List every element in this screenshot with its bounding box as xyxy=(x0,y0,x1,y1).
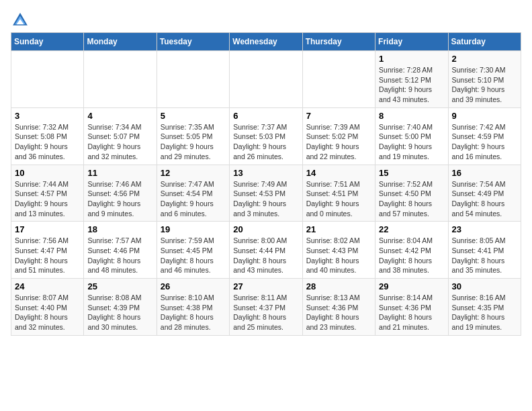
logo-icon xyxy=(11,11,30,30)
day-number: 15 xyxy=(379,168,444,178)
day-info: Sunrise: 7:57 AM Sunset: 4:46 PM Dayligh… xyxy=(87,236,152,275)
day-number: 27 xyxy=(233,281,298,291)
weekday-header-row: SundayMondayTuesdayWednesdayThursdayFrid… xyxy=(11,33,521,51)
day-number: 28 xyxy=(306,281,371,291)
day-number: 30 xyxy=(452,281,517,291)
calendar-cell: 16Sunrise: 7:54 AM Sunset: 4:49 PM Dayli… xyxy=(448,165,521,222)
calendar-cell: 9Sunrise: 7:42 AM Sunset: 4:59 PM Daylig… xyxy=(448,107,521,165)
header xyxy=(11,11,521,30)
day-number: 26 xyxy=(161,281,226,291)
day-info: Sunrise: 7:46 AM Sunset: 4:56 PM Dayligh… xyxy=(87,179,152,219)
day-number: 24 xyxy=(15,281,80,291)
day-number: 6 xyxy=(233,111,298,121)
day-number: 4 xyxy=(87,111,152,121)
day-info: Sunrise: 8:10 AM Sunset: 4:38 PM Dayligh… xyxy=(161,293,226,332)
calendar-cell: 24Sunrise: 8:07 AM Sunset: 4:40 PM Dayli… xyxy=(11,279,84,336)
day-info: Sunrise: 7:34 AM Sunset: 5:07 PM Dayligh… xyxy=(87,122,152,162)
day-number: 29 xyxy=(379,281,444,291)
weekday-header-tuesday: Tuesday xyxy=(157,33,229,51)
weekday-header-thursday: Thursday xyxy=(302,33,375,51)
day-number: 19 xyxy=(161,224,226,234)
day-info: Sunrise: 7:51 AM Sunset: 4:51 PM Dayligh… xyxy=(306,179,371,219)
calendar-cell xyxy=(11,51,84,108)
calendar-cell: 26Sunrise: 8:10 AM Sunset: 4:38 PM Dayli… xyxy=(157,279,229,336)
logo xyxy=(11,11,32,30)
calendar-cell: 27Sunrise: 8:11 AM Sunset: 4:37 PM Dayli… xyxy=(230,279,302,336)
calendar-cell: 2Sunrise: 7:30 AM Sunset: 5:10 PM Daylig… xyxy=(448,51,521,108)
day-info: Sunrise: 7:47 AM Sunset: 4:54 PM Dayligh… xyxy=(161,179,226,219)
week-row-0: 1Sunrise: 7:28 AM Sunset: 5:12 PM Daylig… xyxy=(11,51,521,108)
calendar-cell: 18Sunrise: 7:57 AM Sunset: 4:46 PM Dayli… xyxy=(84,222,157,279)
day-number: 22 xyxy=(379,224,444,234)
day-number: 8 xyxy=(379,111,444,121)
day-number: 21 xyxy=(306,224,371,234)
calendar-cell: 17Sunrise: 7:56 AM Sunset: 4:47 PM Dayli… xyxy=(11,222,84,279)
calendar-cell: 19Sunrise: 7:59 AM Sunset: 4:45 PM Dayli… xyxy=(157,222,229,279)
day-info: Sunrise: 7:32 AM Sunset: 5:08 PM Dayligh… xyxy=(15,122,80,162)
day-info: Sunrise: 8:11 AM Sunset: 4:37 PM Dayligh… xyxy=(233,293,298,332)
calendar-cell: 30Sunrise: 8:16 AM Sunset: 4:35 PM Dayli… xyxy=(448,279,521,336)
day-number: 10 xyxy=(15,168,80,178)
calendar-table: SundayMondayTuesdayWednesdayThursdayFrid… xyxy=(11,32,521,336)
day-info: Sunrise: 7:40 AM Sunset: 5:00 PM Dayligh… xyxy=(379,122,444,162)
week-row-4: 24Sunrise: 8:07 AM Sunset: 4:40 PM Dayli… xyxy=(11,279,521,336)
calendar-cell: 20Sunrise: 8:00 AM Sunset: 4:44 PM Dayli… xyxy=(230,222,302,279)
day-number: 18 xyxy=(87,224,152,234)
week-row-3: 17Sunrise: 7:56 AM Sunset: 4:47 PM Dayli… xyxy=(11,222,521,279)
day-info: Sunrise: 7:37 AM Sunset: 5:03 PM Dayligh… xyxy=(233,122,298,162)
calendar-cell: 23Sunrise: 8:05 AM Sunset: 4:41 PM Dayli… xyxy=(448,222,521,279)
weekday-header-monday: Monday xyxy=(84,33,157,51)
day-info: Sunrise: 7:28 AM Sunset: 5:12 PM Dayligh… xyxy=(379,65,444,105)
calendar-cell: 22Sunrise: 8:04 AM Sunset: 4:42 PM Dayli… xyxy=(375,222,448,279)
day-number: 3 xyxy=(15,111,80,121)
day-info: Sunrise: 7:54 AM Sunset: 4:49 PM Dayligh… xyxy=(452,179,517,219)
day-info: Sunrise: 7:59 AM Sunset: 4:45 PM Dayligh… xyxy=(161,236,226,275)
weekday-header-wednesday: Wednesday xyxy=(230,33,302,51)
day-number: 12 xyxy=(161,168,226,178)
weekday-header-friday: Friday xyxy=(375,33,448,51)
day-info: Sunrise: 7:35 AM Sunset: 5:05 PM Dayligh… xyxy=(161,122,226,162)
day-number: 14 xyxy=(306,168,371,178)
calendar-cell: 14Sunrise: 7:51 AM Sunset: 4:51 PM Dayli… xyxy=(302,165,375,222)
day-info: Sunrise: 7:52 AM Sunset: 4:50 PM Dayligh… xyxy=(379,179,444,219)
day-number: 9 xyxy=(452,111,517,121)
day-info: Sunrise: 7:39 AM Sunset: 5:02 PM Dayligh… xyxy=(306,122,371,162)
day-number: 7 xyxy=(306,111,371,121)
calendar-cell: 15Sunrise: 7:52 AM Sunset: 4:50 PM Dayli… xyxy=(375,165,448,222)
calendar-cell: 8Sunrise: 7:40 AM Sunset: 5:00 PM Daylig… xyxy=(375,107,448,165)
day-info: Sunrise: 8:04 AM Sunset: 4:42 PM Dayligh… xyxy=(379,236,444,275)
day-number: 1 xyxy=(379,54,444,64)
day-info: Sunrise: 8:07 AM Sunset: 4:40 PM Dayligh… xyxy=(15,293,80,332)
calendar-cell xyxy=(302,51,375,108)
calendar-cell: 6Sunrise: 7:37 AM Sunset: 5:03 PM Daylig… xyxy=(230,107,302,165)
weekday-header-sunday: Sunday xyxy=(11,33,84,51)
day-info: Sunrise: 7:44 AM Sunset: 4:57 PM Dayligh… xyxy=(15,179,80,219)
calendar-cell: 5Sunrise: 7:35 AM Sunset: 5:05 PM Daylig… xyxy=(157,107,229,165)
calendar-cell: 13Sunrise: 7:49 AM Sunset: 4:53 PM Dayli… xyxy=(230,165,302,222)
week-row-2: 10Sunrise: 7:44 AM Sunset: 4:57 PM Dayli… xyxy=(11,165,521,222)
day-info: Sunrise: 7:49 AM Sunset: 4:53 PM Dayligh… xyxy=(233,179,298,219)
day-number: 11 xyxy=(87,168,152,178)
day-number: 2 xyxy=(452,54,517,64)
day-number: 20 xyxy=(233,224,298,234)
calendar-cell: 21Sunrise: 8:02 AM Sunset: 4:43 PM Dayli… xyxy=(302,222,375,279)
calendar-cell xyxy=(157,51,229,108)
day-number: 23 xyxy=(452,224,517,234)
day-info: Sunrise: 8:14 AM Sunset: 4:36 PM Dayligh… xyxy=(379,293,444,332)
calendar-cell: 25Sunrise: 8:08 AM Sunset: 4:39 PM Dayli… xyxy=(84,279,157,336)
day-info: Sunrise: 8:16 AM Sunset: 4:35 PM Dayligh… xyxy=(452,293,517,332)
calendar-cell: 28Sunrise: 8:13 AM Sunset: 4:36 PM Dayli… xyxy=(302,279,375,336)
day-info: Sunrise: 8:02 AM Sunset: 4:43 PM Dayligh… xyxy=(306,236,371,275)
day-info: Sunrise: 8:08 AM Sunset: 4:39 PM Dayligh… xyxy=(87,293,152,332)
calendar-cell xyxy=(230,51,302,108)
calendar-cell xyxy=(84,51,157,108)
calendar-cell: 4Sunrise: 7:34 AM Sunset: 5:07 PM Daylig… xyxy=(84,107,157,165)
day-number: 16 xyxy=(452,168,517,178)
day-number: 13 xyxy=(233,168,298,178)
calendar-cell: 11Sunrise: 7:46 AM Sunset: 4:56 PM Dayli… xyxy=(84,165,157,222)
weekday-header-saturday: Saturday xyxy=(448,33,521,51)
calendar-cell: 29Sunrise: 8:14 AM Sunset: 4:36 PM Dayli… xyxy=(375,279,448,336)
day-info: Sunrise: 7:30 AM Sunset: 5:10 PM Dayligh… xyxy=(452,65,517,105)
calendar-cell: 1Sunrise: 7:28 AM Sunset: 5:12 PM Daylig… xyxy=(375,51,448,108)
day-number: 17 xyxy=(15,224,80,234)
